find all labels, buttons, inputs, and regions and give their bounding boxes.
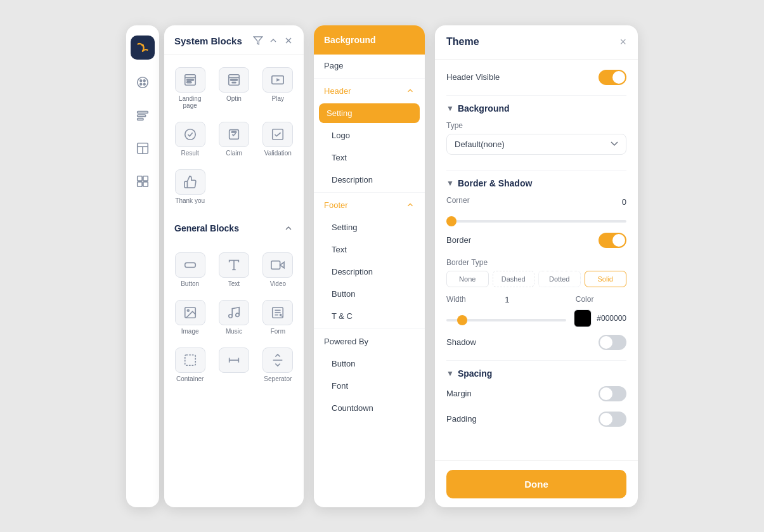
spacing-section-toggle[interactable]: ▼ Spacing — [446, 368, 626, 379]
shadow-toggle[interactable] — [599, 335, 626, 350]
border-dotted-btn[interactable]: Dotted — [538, 271, 581, 287]
svg-rect-27 — [231, 81, 236, 83]
tree-item-text[interactable]: Text — [314, 146, 425, 169]
corner-slider-container — [446, 214, 626, 225]
block-result[interactable]: Result — [169, 117, 210, 162]
block-landing-page[interactable]: Landing page — [169, 62, 210, 114]
width-slider-container — [446, 313, 566, 324]
tree-panel-header: Background — [314, 25, 425, 55]
form-label: Form — [271, 328, 285, 335]
tree-item-footer-description[interactable]: Description — [314, 261, 425, 283]
border-none-btn[interactable]: None — [446, 271, 489, 287]
blocks-panel: System Blocks — [164, 25, 304, 507]
block-validation[interactable]: Validation — [257, 117, 299, 162]
svg-rect-38 — [271, 261, 280, 269]
type-select[interactable]: Default(none) Solid Color Gradient Image — [446, 134, 626, 155]
tree-item-logo[interactable]: Logo — [314, 124, 425, 146]
block-play[interactable]: Play — [257, 62, 299, 114]
svg-rect-33 — [273, 129, 283, 139]
tree-item-powered-by[interactable]: Powered By — [314, 330, 425, 353]
block-image[interactable]: Image — [169, 295, 210, 340]
width-label: Width — [446, 295, 497, 304]
tree-panel: Background Page Header Setting Logo Text… — [314, 25, 425, 507]
theme-close-button[interactable]: × — [619, 36, 626, 49]
margin-toggle[interactable] — [599, 386, 626, 401]
corner-label: Corner — [446, 196, 470, 205]
tree-item-footer-tc[interactable]: T & C — [314, 305, 425, 327]
border-dashed-btn[interactable]: Dashed — [493, 271, 535, 287]
chevron-up-general-icon[interactable] — [283, 223, 294, 233]
block-claim[interactable]: Claim — [213, 117, 254, 162]
layout-icon[interactable] — [133, 138, 153, 159]
header-chevron-icon — [406, 86, 415, 95]
color-swatch[interactable] — [574, 309, 592, 327]
block-video[interactable]: Video — [257, 247, 299, 292]
block-text[interactable]: Text — [213, 247, 254, 292]
tree-item-footer-text[interactable]: Text — [314, 238, 425, 261]
border-shadow-section-toggle[interactable]: ▼ Border & Shadow — [446, 178, 626, 188]
padding-toggle[interactable] — [599, 412, 626, 427]
svg-rect-34 — [185, 263, 195, 267]
svg-point-47 — [280, 313, 282, 316]
header-visible-row: Header Visible — [446, 70, 626, 85]
tree-item-powered-button[interactable]: Button — [314, 353, 425, 375]
settings-icon[interactable] — [133, 171, 153, 191]
divider-hv — [446, 95, 626, 96]
block-optin[interactable]: Optin — [213, 62, 254, 114]
type-field-label: Type — [446, 121, 626, 130]
svg-rect-16 — [143, 181, 148, 186]
seperator-icon — [262, 347, 293, 373]
border-toggle[interactable] — [599, 233, 626, 248]
svg-point-6 — [143, 83, 145, 85]
svg-point-42 — [236, 313, 240, 316]
app-logo[interactable] — [131, 36, 155, 60]
svg-marker-37 — [280, 262, 284, 268]
text-icon[interactable] — [133, 105, 153, 126]
corner-slider[interactable] — [446, 220, 626, 223]
corner-value: 0 — [622, 197, 626, 207]
tree-item-setting-selected[interactable]: Setting — [319, 103, 420, 123]
palette-icon[interactable] — [133, 72, 153, 93]
block-spacer[interactable] — [213, 342, 254, 387]
button-label: Button — [181, 280, 199, 287]
header-visible-label: Header Visible — [446, 72, 500, 82]
tree-item-font[interactable]: Font — [314, 375, 425, 397]
svg-point-2 — [138, 77, 148, 88]
tree-section-header[interactable]: Header — [314, 80, 425, 102]
container-icon — [175, 347, 205, 373]
tree-item-footer-setting[interactable]: Setting — [314, 216, 425, 238]
theme-panel-title: Theme — [446, 36, 479, 48]
tree-section-footer[interactable]: Footer — [314, 194, 425, 216]
block-thankyou[interactable]: Thank you — [169, 164, 210, 209]
tree-item-description[interactable]: Description — [314, 169, 425, 191]
header-visible-toggle[interactable] — [599, 70, 626, 85]
chevron-up-icon[interactable] — [268, 36, 278, 46]
width-slider[interactable] — [446, 319, 566, 321]
block-seperator[interactable]: Seperator — [257, 342, 299, 387]
background-section-toggle[interactable]: ▼ Background — [446, 103, 626, 114]
landing-page-icon — [175, 67, 205, 93]
svg-rect-9 — [138, 118, 143, 120]
padding-row: Padding — [446, 412, 626, 427]
seperator-label: Seperator — [264, 375, 292, 382]
optin-icon — [219, 67, 249, 93]
corner-row: Corner 0 — [446, 196, 626, 209]
tree-item-footer-button[interactable]: Button — [314, 283, 425, 305]
svg-rect-14 — [143, 176, 148, 180]
tree-item-countdown[interactable]: Countdown — [314, 397, 425, 419]
done-button[interactable]: Done — [446, 470, 626, 498]
header-actions — [253, 36, 294, 46]
text-block-icon — [219, 252, 249, 278]
close-icon[interactable] — [283, 36, 294, 46]
block-button[interactable]: Button — [169, 247, 210, 292]
margin-row: Margin — [446, 386, 626, 401]
color-swatch-row: #000000 — [574, 309, 626, 327]
border-solid-btn[interactable]: Solid — [585, 271, 627, 287]
block-form[interactable]: Form — [257, 295, 299, 340]
block-container[interactable]: Container — [169, 342, 210, 387]
tree-item-page[interactable]: Page — [314, 55, 425, 77]
block-music[interactable]: Music — [213, 295, 254, 340]
shadow-label: Shadow — [446, 337, 476, 347]
border-type-label: Border Type — [446, 258, 626, 267]
filter-icon[interactable] — [253, 36, 263, 46]
